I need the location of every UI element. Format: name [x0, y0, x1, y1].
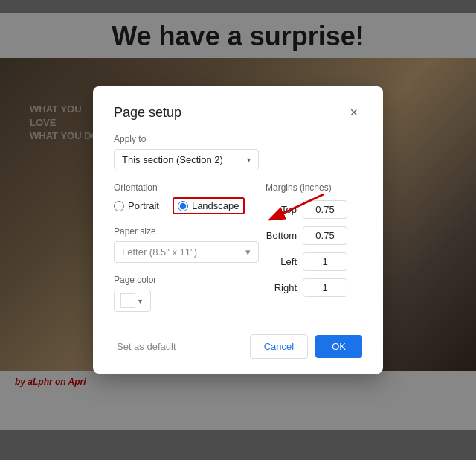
page-setup-dialog: Page setup × Apply to This section (Sect… — [93, 86, 383, 374]
modal-overlay: Page setup × Apply to This section (Sect… — [0, 0, 476, 460]
top-label: Top — [266, 204, 297, 215]
bottom-margin-input[interactable] — [303, 226, 347, 245]
page-color-label: Page color — [114, 275, 266, 285]
dialog-title: Page setup — [114, 105, 181, 121]
apply-to-value: This section (Section 2) — [122, 154, 223, 165]
left-margin-input[interactable] — [303, 252, 347, 271]
right-label: Right — [266, 282, 297, 293]
orientation-label: Orientation — [114, 182, 266, 193]
margins-section: Margins (inches) Top Bottom Left Right — [266, 182, 362, 319]
top-margin-row: Top — [266, 200, 362, 219]
page-color-picker[interactable]: ▾ — [114, 290, 151, 312]
right-margin-input[interactable] — [303, 278, 347, 297]
apply-to-select[interactable]: This section (Section 2) ▾ — [114, 149, 259, 170]
dialog-footer: Set as default Cancel OK — [114, 334, 362, 359]
dialog-body: Orientation Portrait Landscape — [114, 182, 362, 319]
dialog-header: Page setup × — [114, 104, 362, 121]
dialog-left-col: Orientation Portrait Landscape — [114, 182, 266, 319]
color-swatch — [120, 293, 135, 308]
landscape-option[interactable]: Landscape — [173, 197, 245, 214]
paper-size-select[interactable]: Letter (8.5" x 11") ▾ — [114, 241, 259, 263]
bottom-label: Bottom — [266, 230, 297, 241]
landscape-label: Landscape — [192, 200, 239, 211]
page-color-section: Page color ▾ — [114, 275, 266, 312]
apply-to-label: Apply to — [114, 134, 362, 144]
color-chevron-icon: ▾ — [138, 297, 142, 305]
apply-to-section: Apply to This section (Section 2) ▾ — [114, 134, 362, 170]
right-margin-row: Right — [266, 278, 362, 297]
portrait-label: Portrait — [128, 200, 159, 211]
paper-size-label: Paper size — [114, 226, 266, 237]
paper-size-value: Letter (8.5" x 11") — [122, 246, 197, 258]
orientation-row: Portrait Landscape — [114, 197, 266, 214]
chevron-down-icon: ▾ — [247, 156, 251, 164]
orientation-section: Orientation Portrait Landscape — [114, 182, 266, 214]
left-margin-row: Left — [266, 252, 362, 271]
paper-size-section: Paper size Letter (8.5" x 11") ▾ — [114, 226, 266, 263]
ok-button[interactable]: OK — [315, 335, 362, 358]
portrait-option[interactable]: Portrait — [114, 200, 159, 211]
landscape-radio[interactable] — [178, 201, 188, 211]
paper-size-chevron-icon: ▾ — [245, 246, 251, 258]
margins-label: Margins (inches) — [266, 182, 362, 193]
left-label: Left — [266, 256, 297, 267]
cancel-button[interactable]: Cancel — [250, 334, 308, 359]
close-button[interactable]: × — [345, 104, 362, 121]
set-default-button[interactable]: Set as default — [114, 335, 179, 358]
top-margin-input[interactable] — [303, 200, 347, 219]
bottom-margin-row: Bottom — [266, 226, 362, 245]
portrait-radio[interactable] — [114, 201, 124, 211]
